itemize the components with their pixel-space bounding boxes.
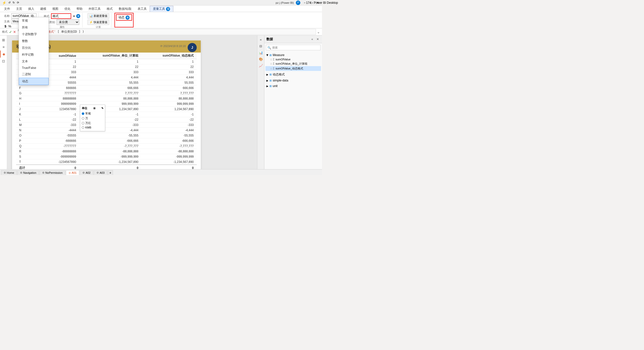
refresh-icon[interactable]: ⟳ (17, 1, 19, 4)
table-cell: -1 (44, 112, 79, 117)
dropdown-item-dynamic[interactable]: 动态 (19, 78, 49, 85)
tree-item-sumofvalue-label: sumOfValue (275, 58, 291, 61)
tab-view[interactable]: 视图 (49, 6, 61, 12)
data-category-select[interactable]: 未分类 (57, 19, 79, 25)
dropdown-item-truefalse[interactable]: True/False (19, 65, 49, 71)
tab-home[interactable]: 主页 (13, 6, 25, 12)
tree-group-simple-data-header[interactable]: ▶ ⊞ simple-data (265, 78, 321, 83)
tree-group-unit-label: unit (273, 84, 277, 88)
table-cell: -55555 (44, 133, 79, 138)
table-cell: -7,777,777 (141, 144, 197, 149)
tree-item-sumofvalue-dynamic[interactable]: □ Σ sumOfValue_动态格式 (265, 66, 321, 71)
undo-icon[interactable]: ↺ (8, 1, 11, 4)
slicer-edit-icon[interactable]: ✎ (101, 107, 103, 110)
page-tab-a01-icon: ⊙ (69, 171, 71, 174)
redo-icon[interactable]: ↻ (13, 1, 15, 4)
formula-expand-icon[interactable]: ⌄ (317, 30, 320, 34)
panel-collapse-icon[interactable]: « (310, 37, 314, 41)
format-group-label: 属性 (44, 25, 80, 29)
format-type-input[interactable] (51, 13, 71, 19)
dynamic-label-box[interactable]: 动态 ③ (116, 14, 132, 21)
model-view-icon[interactable]: ◈ (0, 51, 7, 58)
page-tab-navigation[interactable]: ⊙ Navigation (17, 170, 39, 175)
table-cell: H (16, 96, 44, 101)
tab-optimize[interactable]: 优化 (61, 6, 73, 12)
formula-bracket-close: ] (79, 30, 80, 33)
formula-paren-close: ) (82, 30, 84, 33)
tab-insert[interactable]: 插入 (25, 6, 37, 12)
search-input[interactable] (266, 45, 320, 50)
table-row: J12345678901,234,567,8901,234,567,890 (16, 107, 197, 112)
quick-measure-button[interactable]: ⚡ 快速度量值 (88, 20, 109, 25)
page-tab-nopermission[interactable]: ⊙ NoPermission (39, 170, 65, 175)
slicer-option-wanyi[interactable]: 万亿 (82, 121, 103, 125)
measure-tools-label: 度量工具 (153, 7, 165, 11)
dax-query-icon[interactable]: ⊡ (0, 58, 7, 65)
table-cell: -55,555 (141, 133, 197, 138)
user-info: pz j (Power BI) (276, 1, 294, 4)
table-cell: S (16, 154, 44, 159)
slicer-filter-icon[interactable]: ⊞ (93, 107, 95, 110)
table-cell: 22 (44, 64, 79, 70)
dropdown-item-all[interactable]: 所有 (19, 24, 49, 31)
dropdown-item-regular[interactable]: 常规 (19, 17, 49, 24)
table-cell: 7,777,777 (141, 91, 197, 96)
expand-right-icon[interactable]: « (258, 36, 264, 42)
tree-group-dynamic-format-header[interactable]: ▶ ⊞ 动态格式 (265, 72, 321, 77)
ribbon-row-currency: $ % (4, 24, 12, 28)
formula-check-icon[interactable]: ✓ (9, 30, 12, 34)
table-cell: -7,777,777 (79, 144, 142, 149)
tab-external-tools[interactable]: 外部工具 (86, 6, 104, 12)
slicer-option-wan[interactable]: 万 (82, 116, 103, 121)
dollar-button[interactable]: $ (4, 24, 7, 28)
tab-format[interactable]: 格式 (104, 6, 116, 12)
slicer-option-regular[interactable]: 常规 (82, 111, 103, 116)
slicer-label-wan: 万 (85, 116, 88, 120)
tree-item-sumofvalue-calc-label: sumOfValue_单位_计算组 (275, 62, 307, 66)
table-cell: 88888888 (44, 96, 79, 101)
visualizations-icon[interactable]: 📊 (258, 50, 264, 56)
tab-modeling[interactable]: 建模 (37, 6, 49, 12)
add-page-button[interactable]: + (108, 170, 113, 175)
report-view-icon[interactable]: ⊞ (0, 36, 7, 43)
page-tab-a03[interactable]: ⊙ A03 (94, 170, 107, 175)
panel-close-icon[interactable]: ✕ (315, 37, 320, 41)
ribbon-row-dynamic: 动态 ③ (116, 14, 132, 21)
tab-measure-tools[interactable]: 度量工具 ① (150, 6, 173, 12)
dropdown-item-binary[interactable]: 二进制 (19, 71, 49, 78)
formula-input-area[interactable]: = SUM ( '动态格式' [ 单位类别ID ] ) (23, 29, 316, 35)
data-view-icon[interactable]: ≡ (0, 43, 7, 51)
tab-help[interactable]: 帮助 (73, 6, 86, 12)
percent-button[interactable]: % (8, 24, 12, 28)
page-tab-home-label: Home (7, 171, 14, 174)
dropdown-item-percent[interactable]: 百分比 (19, 45, 49, 51)
tree-item-sumofvalue[interactable]: □ Σ sumOfValue (265, 57, 321, 61)
table-cell: 999999999 (44, 101, 79, 107)
dropdown-item-text[interactable]: 文本 (19, 58, 49, 65)
table-cell: 666,666 (141, 85, 197, 91)
tree-item-sumofvalue-calc[interactable]: □ Σ sumOfValue_单位_计算组 (265, 61, 321, 66)
tree-group-measure-header[interactable]: ▶ ⊞ Measure (265, 53, 321, 57)
tab-file[interactable]: 文件 (1, 6, 13, 12)
dropdown-item-decimal[interactable]: 十进制数字 (19, 31, 49, 38)
analytics-icon[interactable]: 📈 (258, 63, 264, 69)
tab-data-drill[interactable]: 数据/钻取 (116, 6, 135, 12)
dropdown-item-integer[interactable]: 整数 (19, 38, 49, 45)
tab-table-tools[interactable]: 表工具 (135, 6, 150, 12)
page-tab-home[interactable]: ⊙ Home (1, 170, 17, 175)
slicer-widget: 单位 ⊞ ✎ 常规 万 万亿 KMB (80, 105, 105, 131)
table-cell: 4,444 (141, 75, 197, 80)
page-tab-a01[interactable]: ⊙ A01 (66, 170, 79, 175)
page-tab-a02[interactable]: ⊙ A02 (80, 170, 93, 175)
filter-icon[interactable]: ⊟ (258, 43, 264, 49)
table-cell: I (16, 101, 44, 107)
slicer-radio-wan (82, 117, 84, 120)
formula-cross-icon[interactable]: ✕ (13, 30, 16, 34)
dropdown-item-scientific[interactable]: 科学记数 (19, 51, 49, 58)
format-badge: ② (76, 14, 80, 18)
new-measure-button[interactable]: 📊 新建度量值 (88, 13, 109, 19)
format-dropdown-btn[interactable]: ▼ (73, 15, 75, 18)
tree-group-unit-header[interactable]: ▶ ⊞ unit (265, 84, 321, 88)
slicer-option-kmb[interactable]: KMB (82, 125, 103, 129)
format-pane-icon[interactable]: 🎨 (258, 56, 264, 62)
